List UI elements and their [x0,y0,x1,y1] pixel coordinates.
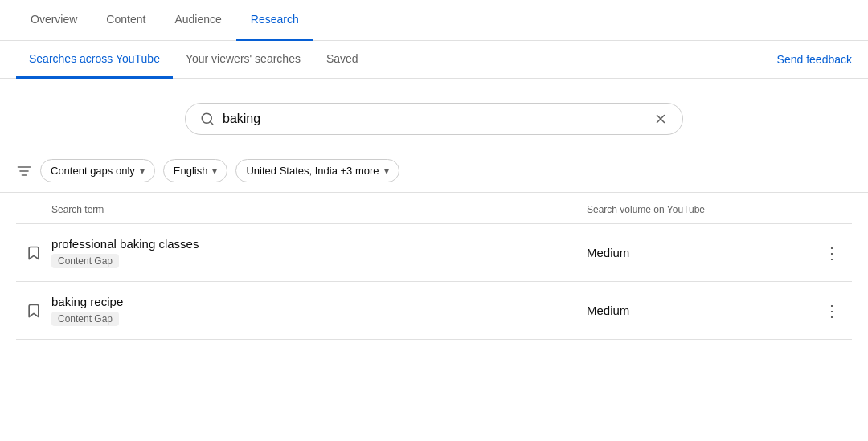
search-input[interactable] [223,112,653,126]
chevron-down-icon: ▾ [140,165,145,177]
tab-overview[interactable]: Overview [16,0,92,41]
tab-audience[interactable]: Audience [160,0,235,41]
filter-chip-language[interactable]: English ▾ [163,159,228,182]
search-term-cell: baking recipe Content Gap [51,295,587,326]
subtab-searches-across-youtube[interactable]: Searches across YouTube [16,41,173,79]
column-header-search-volume: Search volume on YouTube [587,204,812,215]
bookmark-button[interactable] [16,245,51,261]
chevron-down-icon: ▾ [212,165,217,177]
content-gap-badge: Content Gap [51,312,119,326]
filter-chip-content-gaps[interactable]: Content gaps only ▾ [40,159,155,182]
tab-content[interactable]: Content [92,0,160,41]
chevron-down-icon: ▾ [384,165,389,177]
more-vertical-icon: ⋮ [824,301,841,321]
svg-line-1 [210,121,212,124]
content-gap-badge: Content Gap [51,254,119,268]
search-term-title: professional baking classes [51,237,587,251]
search-term-title: baking recipe [51,295,587,308]
subtab-viewers-searches[interactable]: Your viewers' searches [173,41,313,79]
filter-chip-region[interactable]: United States, India +3 more ▾ [235,159,399,182]
results-table: Search term Search volume on YouTube pro… [0,193,868,340]
tab-research[interactable]: Research [236,0,313,41]
filter-chip-language-label: English [174,165,208,177]
subtab-saved[interactable]: Saved [313,41,371,79]
table-row: professional baking classes Content Gap … [16,224,852,282]
column-header-search-term: Search term [16,204,587,215]
send-feedback-button[interactable]: Send feedback [777,47,852,72]
search-section [0,79,868,151]
table-row: baking recipe Content Gap Medium ⋮ [16,282,852,340]
clear-icon[interactable] [653,112,668,126]
search-volume-cell: Medium [587,304,812,317]
more-vertical-icon: ⋮ [824,243,841,263]
search-term-cell: professional baking classes Content Gap [51,237,587,268]
search-icon [200,112,215,126]
search-volume-cell: Medium [587,246,812,259]
filter-bar: Content gaps only ▾ English ▾ United Sta… [0,151,868,193]
sub-nav: Searches across YouTube Your viewers' se… [0,41,868,79]
bookmark-button[interactable] [16,303,51,319]
filter-chip-region-label: United States, India +3 more [246,165,379,177]
search-box [185,103,683,135]
more-options-button[interactable]: ⋮ [812,243,852,263]
more-options-button[interactable]: ⋮ [812,301,852,321]
top-nav: Overview Content Audience Research [0,0,868,41]
table-header: Search term Search volume on YouTube [16,193,852,224]
filter-chip-content-gaps-label: Content gaps only [51,165,135,177]
filter-lines-icon[interactable] [16,163,32,179]
